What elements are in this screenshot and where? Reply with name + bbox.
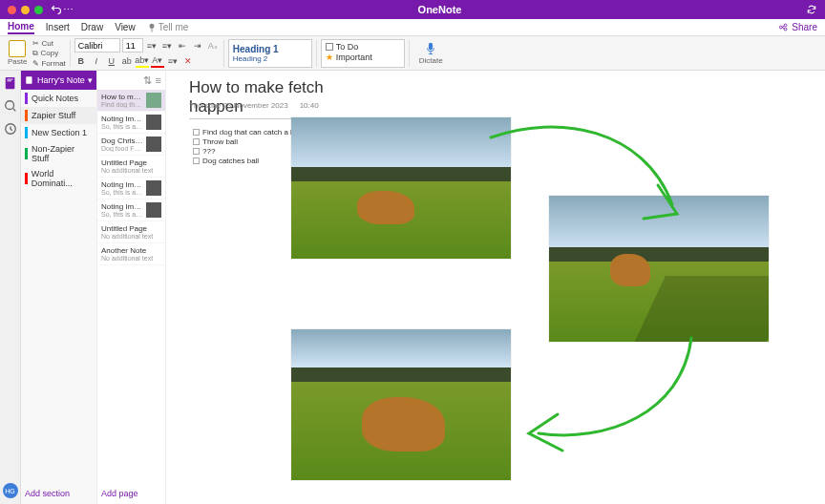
recent-icon[interactable] [4,122,17,136]
section-item[interactable]: New Section 1 [21,124,96,141]
tab-view[interactable]: View [115,22,136,32]
page-item[interactable]: Untitled PageNo additional text [97,156,165,178]
strike-button[interactable]: ab [120,54,134,68]
indent-button[interactable]: ⇥ [191,39,204,52]
note-timestamp: Thursday 23 November 202310:40 [189,101,319,110]
inserted-image[interactable] [290,328,512,481]
add-section-button[interactable]: Add section [21,483,96,504]
search-icon[interactable] [4,99,17,113]
share-button[interactable]: Share [778,22,817,32]
checkbox-icon[interactable] [193,138,200,145]
page-item[interactable]: Noting Imp...So, this is a s... [97,112,165,134]
notebook-icon[interactable] [4,76,17,90]
close-window-button[interactable] [8,6,16,14]
title-bar: ⋯ OneNote [0,0,825,19]
cut-button[interactable]: ✂ Cut [32,39,65,48]
inserted-image[interactable] [290,116,512,260]
tags-gallery[interactable]: To Do ★Important [321,39,405,68]
checkbox-icon[interactable] [193,158,200,164]
underline-button[interactable]: U [105,54,118,68]
user-avatar[interactable]: HG [3,483,18,498]
sections-panel: Harry's Notebook ▾ Quick NotesZapier Stu… [21,71,97,504]
svg-point-4 [5,101,13,110]
page-item[interactable]: Another NoteNo additional text [97,243,165,265]
todo-list[interactable]: Find dog that can catch a ballThrow ball… [193,128,303,165]
ribbon: Paste ✂ Cut ⧉ Copy ✎ Format ≡▾ ≡▾ ⇤ ⇥ Aₓ… [0,36,825,71]
font-size-select[interactable] [122,38,143,52]
delete-button[interactable]: ✕ [181,54,195,68]
tab-home[interactable]: Home [8,21,34,34]
sort-icon[interactable]: ⇅ [143,74,152,87]
nav-rail: HG [0,71,21,504]
section-item[interactable]: Non-Zapier Stuff [21,141,96,166]
svg-rect-0 [429,42,433,50]
checkbox-icon[interactable] [193,129,200,136]
undo-icon[interactable] [51,4,62,15]
page-item[interactable]: Noting Imp...So, this is a s... [97,178,165,200]
format-painter-button[interactable]: ✎ Format [32,59,65,68]
section-item[interactable]: Zapier Stuff [21,107,96,124]
app-title: OneNote [74,4,806,15]
align-button[interactable]: ≡▾ [166,54,180,68]
page-item[interactable]: Noting Imp...So, this is a s... [97,200,165,221]
tab-insert[interactable]: Insert [46,22,70,32]
minimize-window-button[interactable] [21,6,30,14]
sync-icon[interactable] [806,4,817,15]
italic-button[interactable]: I [90,54,103,68]
window-controls [0,6,43,14]
highlight-button[interactable]: ab▾ [136,54,149,68]
section-item[interactable]: Quick Notes [21,90,96,107]
dictate-button[interactable]: Dictate [419,42,443,65]
more-icon[interactable]: ⋯ [62,4,74,15]
pages-panel: ⇅ ≡ How to ma...Find dog that...Noting I… [97,71,166,504]
svg-rect-2 [7,79,12,80]
font-name-select[interactable] [74,38,120,52]
fullscreen-window-button[interactable] [34,6,43,14]
ink-arrow [481,109,691,242]
checkbox-icon[interactable] [193,148,200,155]
bullets-button[interactable]: ≡▾ [145,39,159,52]
page-item[interactable]: How to ma...Find dog that... [97,90,165,112]
star-icon: ★ [326,52,333,62]
clear-format-button[interactable]: Aₓ [206,39,220,52]
section-item[interactable]: World Dominati... [21,166,96,191]
copy-button[interactable]: ⧉ Copy [32,49,65,58]
chevron-down-icon: ▾ [88,75,93,85]
filter-icon[interactable]: ≡ [156,74,161,86]
ink-arrow [510,328,701,462]
tell-me[interactable]: Tell me [147,22,189,32]
tab-draw[interactable]: Draw [81,22,103,32]
numbering-button[interactable]: ≡▾ [160,39,174,52]
add-page-button[interactable]: Add page [97,483,165,504]
paste-button[interactable]: Paste [4,38,31,69]
outdent-button[interactable]: ⇤ [176,39,189,52]
font-color-button[interactable]: A▾ [151,54,164,68]
checkbox-icon [326,43,333,51]
note-title[interactable]: How to make fetch happen [189,78,342,119]
notebook-selector[interactable]: Harry's Notebook ▾ [21,71,96,90]
svg-rect-3 [7,80,11,81]
svg-rect-6 [26,76,32,84]
menu-bar: Home Insert Draw View Tell me Share [0,19,825,36]
page-item[interactable]: Dog Christ...Dog food Fa... [97,134,165,156]
bold-button[interactable]: B [74,54,88,68]
styles-gallery[interactable]: Heading 1 Heading 2 [228,39,312,68]
page-item[interactable]: Untitled PageNo additional text [97,221,165,243]
note-canvas[interactable]: How to make fetch happen Thursday 23 Nov… [166,71,825,504]
